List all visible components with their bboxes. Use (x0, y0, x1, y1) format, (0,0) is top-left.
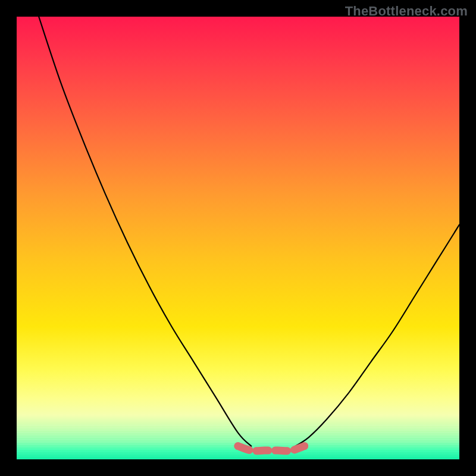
plot-area (17, 17, 459, 459)
right-curve (296, 225, 459, 446)
left-curve (39, 17, 251, 446)
chart-frame: TheBottleneck.com (0, 0, 476, 476)
chart-svg (17, 17, 459, 459)
